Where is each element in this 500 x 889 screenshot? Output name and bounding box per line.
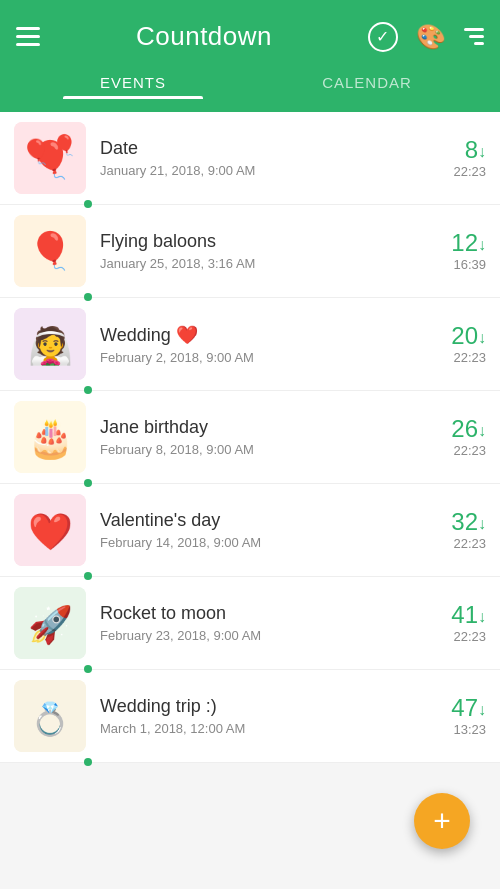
event-days: 32↓: [426, 509, 486, 535]
event-days: 8↓: [426, 137, 486, 163]
list-item[interactable]: 🎂 Jane birthday February 8, 2018, 9:00 A…: [0, 391, 500, 484]
event-info: Wedding trip :) March 1, 2018, 12:00 AM: [100, 696, 426, 736]
event-name: Wedding trip :): [100, 696, 426, 717]
svg-text:🚀: 🚀: [28, 603, 73, 646]
event-countdown: 32↓ 22:23: [426, 509, 486, 550]
event-thumbnail: 🎈🎈🎈: [14, 122, 86, 194]
tab-events[interactable]: EVENTS: [16, 64, 250, 99]
event-info: Jane birthday February 8, 2018, 9:00 AM: [100, 417, 426, 457]
svg-text:👰: 👰: [28, 324, 73, 367]
event-time: 22:23: [426, 350, 486, 365]
event-date: February 14, 2018, 9:00 AM: [100, 535, 426, 550]
event-info: Flying baloons January 25, 2018, 3:16 AM: [100, 231, 426, 271]
svg-text:🎂: 🎂: [27, 415, 75, 461]
event-name: Date: [100, 138, 426, 159]
event-date: February 8, 2018, 9:00 AM: [100, 442, 426, 457]
add-event-button[interactable]: +: [414, 793, 470, 849]
event-thumbnail: 🎂: [14, 401, 86, 473]
event-countdown: 47↓ 13:23: [426, 695, 486, 736]
tab-calendar[interactable]: CALENDAR: [250, 64, 484, 99]
event-name: Wedding ❤️: [100, 324, 426, 346]
sort-icon[interactable]: [464, 28, 484, 45]
event-name: Valentine's day: [100, 510, 426, 531]
header-top: Countdown ✓ 🎨: [16, 21, 484, 52]
menu-icon[interactable]: [16, 27, 40, 46]
event-date: February 2, 2018, 9:00 AM: [100, 350, 426, 365]
event-thumbnail: 🎈: [14, 215, 86, 287]
event-info: Date January 21, 2018, 9:00 AM: [100, 138, 426, 178]
svg-text:❤️: ❤️: [28, 510, 73, 553]
svg-text:🎈: 🎈: [21, 137, 51, 166]
event-time: 22:23: [426, 629, 486, 644]
event-date: January 25, 2018, 3:16 AM: [100, 256, 426, 271]
list-item[interactable]: 🚀 Rocket to moon February 23, 2018, 9:00…: [0, 577, 500, 670]
event-countdown: 12↓ 16:39: [426, 230, 486, 271]
event-thumbnail: ❤️: [14, 494, 86, 566]
event-name: Flying baloons: [100, 231, 426, 252]
event-countdown: 41↓ 22:23: [426, 602, 486, 643]
event-days: 26↓: [426, 416, 486, 442]
event-time: 22:23: [426, 536, 486, 551]
event-info: Valentine's day February 14, 2018, 9:00 …: [100, 510, 426, 550]
list-item[interactable]: 💍 Wedding trip :) March 1, 2018, 12:00 A…: [0, 670, 500, 763]
event-time: 22:23: [426, 164, 486, 179]
list-item[interactable]: 🎈🎈🎈 Date January 21, 2018, 9:00 AM 8↓ 22…: [0, 112, 500, 205]
header-actions: ✓ 🎨: [368, 22, 484, 52]
svg-text:🎈: 🎈: [28, 229, 73, 272]
svg-text:💍: 💍: [30, 700, 70, 738]
event-days: 20↓: [426, 323, 486, 349]
list-item[interactable]: 👰 Wedding ❤️ February 2, 2018, 9:00 AM 2…: [0, 298, 500, 391]
event-time: 22:23: [426, 443, 486, 458]
event-date: February 23, 2018, 9:00 AM: [100, 628, 426, 643]
event-days: 47↓: [426, 695, 486, 721]
event-name: Rocket to moon: [100, 603, 426, 624]
event-countdown: 20↓ 22:23: [426, 323, 486, 364]
event-date: January 21, 2018, 9:00 AM: [100, 163, 426, 178]
event-thumbnail: 💍: [14, 680, 86, 752]
list-item[interactable]: 🎈 Flying baloons January 25, 2018, 3:16 …: [0, 205, 500, 298]
event-info: Rocket to moon February 23, 2018, 9:00 A…: [100, 603, 426, 643]
event-date: March 1, 2018, 12:00 AM: [100, 721, 426, 736]
event-time: 13:23: [426, 722, 486, 737]
event-days: 41↓: [426, 602, 486, 628]
event-countdown: 8↓ 22:23: [426, 137, 486, 178]
palette-icon[interactable]: 🎨: [416, 23, 446, 51]
event-name: Jane birthday: [100, 417, 426, 438]
app-header: Countdown ✓ 🎨 EVENTS CALENDAR: [0, 0, 500, 112]
event-days: 12↓: [426, 230, 486, 256]
event-time: 16:39: [426, 257, 486, 272]
event-thumbnail: 👰: [14, 308, 86, 380]
event-countdown: 26↓ 22:23: [426, 416, 486, 457]
events-list: 🎈🎈🎈 Date January 21, 2018, 9:00 AM 8↓ 22…: [0, 112, 500, 763]
tabs: EVENTS CALENDAR: [16, 64, 484, 99]
check-icon[interactable]: ✓: [368, 22, 398, 52]
svg-text:🎈: 🎈: [52, 133, 77, 157]
event-info: Wedding ❤️ February 2, 2018, 9:00 AM: [100, 324, 426, 365]
list-item[interactable]: ❤️ Valentine's day February 14, 2018, 9:…: [0, 484, 500, 577]
event-thumbnail: 🚀: [14, 587, 86, 659]
app-title: Countdown: [136, 21, 272, 52]
